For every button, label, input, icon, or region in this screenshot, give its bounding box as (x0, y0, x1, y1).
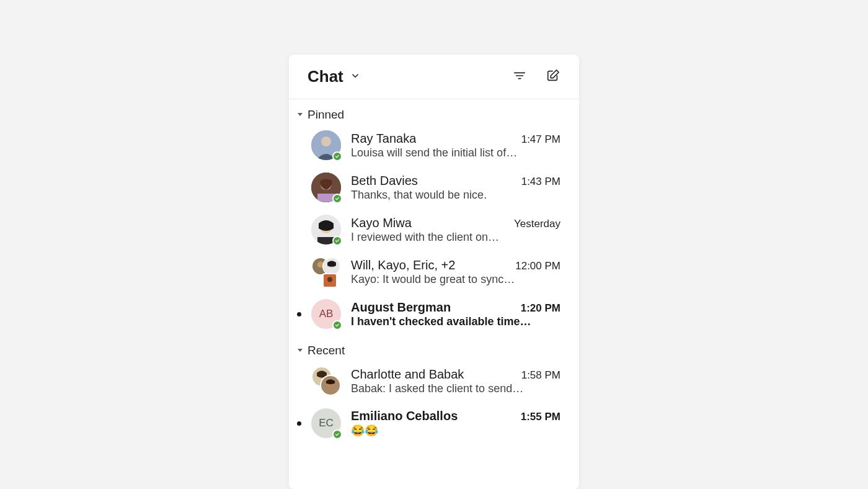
chat-time: 1:55 PM (521, 411, 560, 423)
chat-item[interactable]: AB August Bergman 1:20 PM I haven't chec… (289, 293, 579, 335)
avatar: EC (311, 408, 341, 438)
chat-text: Emiliano Ceballos 1:55 PM 😂😂 (351, 409, 560, 437)
new-chat-button[interactable] (546, 70, 560, 84)
chat-preview: Louisa will send the initial list of… (351, 146, 560, 159)
chat-time: 1:20 PM (521, 302, 560, 315)
chat-preview: Babak: I asked the client to send… (351, 382, 560, 395)
svg-point-5 (321, 137, 331, 146)
presence-available-icon (332, 151, 342, 161)
chat-panel: Chat Pinned (289, 55, 579, 489)
chat-name: Charlotte and Babak (351, 367, 464, 382)
chat-title-dropdown[interactable]: Chat (308, 67, 361, 86)
chat-name: Will, Kayo, Eric, +2 (351, 258, 455, 272)
presence-available-icon (332, 429, 342, 439)
caret-down-icon (296, 345, 304, 356)
section-header-recent[interactable]: Recent (289, 335, 579, 360)
unread-indicator-slot (296, 312, 301, 316)
filter-icon (513, 69, 526, 85)
filter-button[interactable] (512, 70, 527, 84)
unread-indicator-slot (296, 421, 301, 426)
presence-available-icon (332, 320, 342, 330)
chat-header: Chat (289, 55, 579, 99)
chat-item[interactable]: EC Emiliano Ceballos 1:55 PM 😂😂 (289, 402, 579, 444)
unread-dot-icon (297, 421, 301, 426)
chat-item[interactable]: Will, Kayo, Eric, +2 12:00 PM Kayo: It w… (289, 251, 579, 293)
chevron-down-icon (350, 70, 361, 84)
compose-icon (546, 69, 560, 85)
chat-name: Kayo Miwa (351, 216, 412, 230)
avatar (311, 366, 341, 396)
svg-point-17 (327, 277, 332, 282)
chat-text: Will, Kayo, Eric, +2 12:00 PM Kayo: It w… (351, 258, 560, 286)
caret-down-icon (296, 109, 304, 120)
chat-preview: I reviewed with the client on… (351, 231, 560, 244)
chat-text: Kayo Miwa Yesterday I reviewed with the … (351, 216, 560, 244)
presence-available-icon (332, 194, 342, 204)
chat-item[interactable]: Beth Davies 1:43 PM Thanks, that would b… (289, 166, 579, 209)
chat-time: Yesterday (514, 218, 560, 230)
chat-name: Beth Davies (351, 174, 418, 188)
section-label: Pinned (308, 108, 344, 122)
svg-marker-18 (298, 349, 303, 352)
avatar (311, 130, 341, 160)
chat-text: Charlotte and Babak 1:58 PM Babak: I ask… (351, 367, 560, 395)
pair-avatar (311, 366, 341, 396)
chat-preview: I haven't checked available time… (351, 315, 560, 328)
section-label: Recent (308, 344, 345, 357)
chat-name: August Bergman (351, 300, 451, 315)
chat-text: Beth Davies 1:43 PM Thanks, that would b… (351, 174, 560, 202)
chat-preview: 😂😂 (351, 424, 560, 437)
chat-title: Chat (308, 67, 343, 86)
chat-preview: Thanks, that would be nice. (351, 189, 560, 202)
svg-marker-3 (298, 113, 303, 116)
avatar (311, 257, 341, 287)
group-avatar (311, 257, 341, 287)
chat-text: August Bergman 1:20 PM I haven't checked… (351, 300, 560, 328)
chat-time: 12:00 PM (515, 260, 560, 272)
chat-name: Ray Tanaka (351, 132, 416, 146)
presence-available-icon (332, 236, 342, 246)
section-header-pinned[interactable]: Pinned (289, 99, 579, 124)
unread-dot-icon (297, 312, 301, 316)
chat-time: 1:43 PM (521, 176, 560, 188)
avatar: AB (311, 299, 341, 329)
chat-item[interactable]: Kayo Miwa Yesterday I reviewed with the … (289, 209, 579, 251)
chat-text: Ray Tanaka 1:47 PM Louisa will send the … (351, 132, 560, 159)
avatar (311, 173, 341, 202)
chat-name: Emiliano Ceballos (351, 409, 458, 423)
chat-time: 1:58 PM (521, 369, 560, 382)
header-actions (512, 70, 560, 84)
avatar (311, 215, 341, 244)
chat-time: 1:47 PM (521, 133, 560, 146)
chat-preview: Kayo: It would be great to sync… (351, 273, 560, 286)
chat-item[interactable]: Charlotte and Babak 1:58 PM Babak: I ask… (289, 360, 579, 402)
chat-item[interactable]: Ray Tanaka 1:47 PM Louisa will send the … (289, 124, 579, 166)
